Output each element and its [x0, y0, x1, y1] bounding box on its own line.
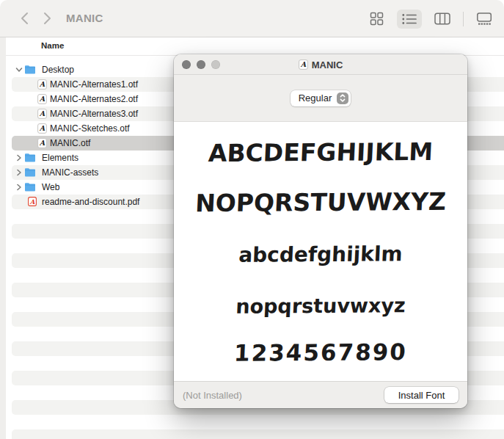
font-file-icon: A: [37, 123, 47, 134]
chevron-right-icon[interactable]: [15, 169, 23, 176]
list-view-icon: [402, 13, 417, 25]
chevron-down-icon[interactable]: [15, 66, 23, 73]
file-name-label: Web: [42, 182, 59, 192]
folder-icon: [24, 182, 36, 192]
preview-title-text: MANIC: [312, 59, 343, 70]
empty-row: [0, 429, 504, 439]
preview-footer: (Not Installed) Install Font: [174, 381, 467, 408]
file-name-label: MANIC-assets: [42, 167, 98, 178]
gallery-view-icon: [476, 12, 492, 25]
empty-row: [0, 415, 504, 429]
list-view-button[interactable]: [397, 10, 422, 29]
file-name-label: MANIC-Alternates2.otf: [50, 94, 138, 104]
font-preview-window: A MANIC Regular ABCDEFGHIJKLMNOPQRSTUVWX…: [174, 54, 467, 408]
preview-window-title: A MANIC: [174, 54, 467, 75]
install-status: (Not Installed): [183, 390, 242, 401]
row-background: [12, 415, 504, 429]
finder-toolbar: MANIC: [0, 0, 504, 37]
font-preview-row: 1234567890: [174, 352, 467, 354]
font-file-icon: A: [299, 59, 308, 70]
chevron-right-icon[interactable]: [15, 154, 23, 162]
chevron-right-icon: [43, 11, 52, 26]
font-file-icon: A: [37, 94, 47, 104]
chevron-right-icon[interactable]: [15, 184, 23, 191]
gallery-view-button[interactable]: [472, 10, 497, 29]
file-name-label: MANIC-Alternates1.otf: [50, 79, 138, 90]
font-preview-row: ABCDEFGHIJKLM: [174, 152, 467, 154]
column-header-name: Name: [41, 41, 64, 50]
preview-controls: Regular: [174, 75, 467, 122]
forward-button[interactable]: [42, 11, 52, 26]
preview-titlebar[interactable]: A MANIC: [174, 54, 467, 75]
folder-icon: [24, 153, 36, 163]
file-name-label: MANIC-Sketches.otf: [50, 123, 130, 134]
toolbar-divider: [463, 12, 464, 26]
columns-view-icon: [434, 12, 450, 25]
finder-title: MANIC: [66, 12, 103, 24]
install-font-button[interactable]: Install Font: [384, 387, 459, 403]
file-name-label: MANIC.otf: [50, 138, 90, 148]
columns-view-button[interactable]: [430, 10, 455, 29]
font-preview-row: nopqrstuvwxyz: [174, 305, 467, 308]
font-file-icon: A: [37, 109, 47, 119]
folder-icon: [24, 167, 36, 178]
chevron-left-icon: [20, 11, 29, 26]
svg-text:A: A: [300, 60, 307, 68]
font-style-dropdown[interactable]: Regular: [291, 90, 351, 106]
row-background: [12, 429, 504, 439]
font-glyph-preview: ABCDEFGHIJKLMNOPQRSTUVWXYZabcdefghijklmn…: [174, 122, 467, 381]
pdf-file-icon: A: [28, 197, 37, 206]
font-file-icon: A: [37, 138, 47, 148]
svg-text:A: A: [39, 124, 45, 132]
font-preview-row: NOPQRSTUVWXYZ: [174, 202, 467, 204]
file-name-label: readme-and-discount.pdf: [42, 197, 139, 207]
font-file-icon: A: [37, 79, 47, 90]
file-name-label: Desktop: [42, 65, 74, 75]
svg-text:A: A: [39, 95, 45, 103]
view-mode-group: [364, 0, 497, 37]
svg-text:A: A: [29, 198, 35, 206]
font-preview-row: abcdefghijklm: [174, 254, 467, 256]
svg-text:A: A: [39, 139, 45, 147]
list-column-header[interactable]: Name: [0, 37, 504, 56]
folder-icon: [24, 65, 36, 75]
svg-text:A: A: [39, 80, 45, 88]
back-button[interactable]: [19, 11, 29, 26]
file-name-label: Elements: [42, 153, 78, 163]
grid-view-button[interactable]: [364, 10, 389, 29]
file-name-label: MANIC-Alternates3.otf: [50, 109, 138, 119]
grid-view-icon: [370, 12, 384, 26]
finder-window: MANIC: [0, 0, 504, 439]
svg-text:A: A: [39, 109, 45, 117]
font-style-value: Regular: [291, 92, 337, 104]
stepper-chevrons-icon: [337, 92, 348, 104]
